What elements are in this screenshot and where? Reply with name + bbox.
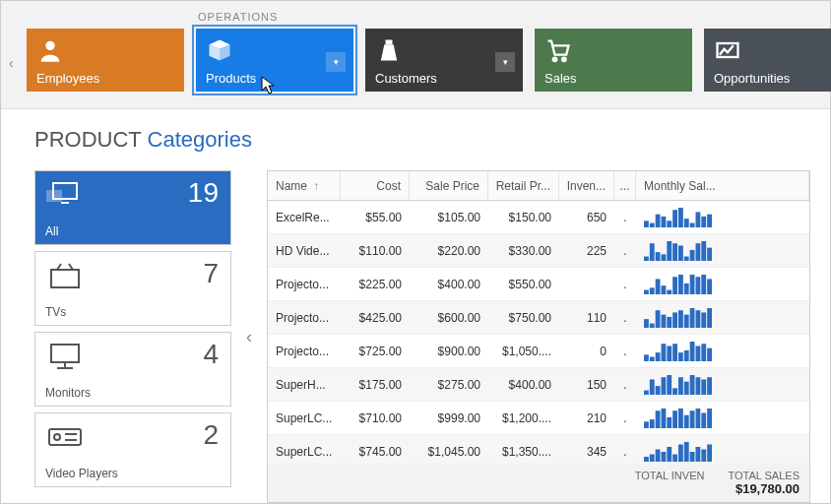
- svg-rect-57: [672, 312, 677, 328]
- svg-rect-47: [684, 283, 689, 293]
- table-row[interactable]: SuperLC...$710.00$999.00$1,200....210.: [268, 402, 809, 435]
- cell-sparkline: [636, 368, 809, 401]
- nav-tile-opportunities[interactable]: Opportunities: [704, 29, 831, 92]
- table-row[interactable]: HD Vide...$110.00$220.00$330.00225.: [268, 234, 809, 268]
- svg-rect-98: [701, 412, 706, 428]
- svg-rect-31: [662, 254, 667, 261]
- page-title-prefix: PRODUCT: [34, 127, 141, 152]
- cell-name: Projecto...: [268, 301, 341, 334]
- svg-point-0: [45, 41, 54, 50]
- collapse-handle[interactable]: ‹: [243, 170, 255, 503]
- svg-rect-91: [662, 409, 667, 428]
- category-tile-monitors[interactable]: 4Monitors: [34, 332, 231, 407]
- nav-tile-customers[interactable]: Customers▾: [365, 29, 523, 92]
- page-title-accent: Categories: [148, 127, 252, 152]
- cell-retail: $1,200....: [488, 402, 559, 434]
- category-name: Video Players: [45, 467, 118, 480]
- cell-cost: $175.00: [341, 368, 410, 401]
- svg-rect-45: [672, 277, 677, 294]
- svg-rect-101: [650, 454, 655, 462]
- svg-rect-26: [701, 216, 706, 226]
- category-tile-video-players[interactable]: 2Video Players: [34, 412, 231, 487]
- cell-more: .: [614, 335, 636, 367]
- svg-rect-72: [690, 342, 695, 361]
- svg-rect-95: [684, 414, 689, 427]
- svg-rect-20: [667, 220, 671, 227]
- svg-rect-84: [690, 375, 695, 395]
- svg-rect-36: [690, 249, 695, 260]
- column-header[interactable]: Inven...: [559, 171, 614, 200]
- nav-tile-products[interactable]: Products▾: [196, 29, 353, 92]
- cell-sale: $900.00: [410, 335, 488, 367]
- table-row[interactable]: Projecto...$225.00$400.00$550.00.: [268, 268, 809, 301]
- cell-sparkline: [636, 335, 809, 367]
- cell-cost: $425.00: [341, 301, 410, 334]
- svg-rect-67: [662, 344, 667, 361]
- svg-rect-76: [644, 390, 649, 394]
- svg-rect-19: [662, 216, 667, 226]
- cell-retail: $150.00: [488, 201, 559, 233]
- svg-rect-53: [650, 323, 655, 327]
- svg-rect-108: [690, 452, 695, 462]
- column-header[interactable]: ...: [614, 171, 636, 200]
- table-row[interactable]: ExcelRe...$55.00$105.00$150.00650.: [268, 201, 809, 234]
- cell-sparkline: [636, 435, 809, 464]
- svg-rect-40: [644, 289, 649, 293]
- column-header[interactable]: Monthly Sal...: [636, 171, 809, 200]
- svg-rect-80: [667, 375, 671, 395]
- svg-rect-1: [386, 40, 393, 45]
- svg-rect-48: [690, 275, 695, 294]
- cell-sale: $600.00: [410, 301, 488, 334]
- svg-rect-8: [51, 270, 79, 287]
- category-name: Monitors: [45, 386, 91, 400]
- svg-rect-37: [696, 243, 701, 261]
- opportunities-icon: [714, 36, 741, 67]
- svg-rect-100: [644, 457, 649, 462]
- table-row[interactable]: Projecto...$425.00$600.00$750.00110.: [268, 301, 809, 335]
- cell-cost: $710.00: [341, 402, 410, 434]
- svg-rect-33: [672, 243, 677, 261]
- svg-rect-24: [690, 222, 695, 226]
- svg-rect-25: [696, 212, 701, 227]
- cell-sale: $999.00: [410, 402, 488, 434]
- svg-point-13: [54, 434, 60, 440]
- svg-rect-77: [650, 379, 655, 395]
- column-header[interactable]: Retail Pr...: [488, 171, 559, 200]
- svg-rect-89: [650, 419, 655, 428]
- category-tile-all[interactable]: 19All: [34, 170, 231, 245]
- dropdown-icon[interactable]: ▾: [326, 52, 346, 72]
- svg-rect-70: [678, 352, 683, 361]
- column-header[interactable]: Sale Price: [410, 171, 488, 200]
- svg-rect-21: [672, 210, 677, 227]
- cell-inven: 650: [559, 201, 614, 233]
- svg-rect-46: [678, 275, 683, 294]
- table-row[interactable]: Projecto...$725.00$900.00$1,050....0.: [268, 335, 809, 368]
- sort-asc-icon: ↑: [313, 179, 319, 193]
- svg-rect-62: [701, 312, 706, 328]
- category-tile-tvs[interactable]: 7TVs: [34, 251, 231, 326]
- svg-rect-59: [684, 314, 689, 327]
- nav-scroll-left[interactable]: ‹: [9, 55, 14, 71]
- svg-rect-87: [707, 377, 712, 395]
- category-count: 4: [203, 339, 219, 370]
- product-grid: Name↑CostSale PriceRetail Pr...Inven....…: [267, 170, 810, 503]
- cell-cost: $225.00: [341, 268, 410, 300]
- nav-tile-sales[interactable]: Sales: [535, 29, 692, 92]
- svg-rect-32: [667, 241, 671, 261]
- column-header[interactable]: Cost: [341, 171, 410, 200]
- category-name: All: [45, 224, 58, 238]
- nav-tile-employees[interactable]: Employees: [27, 29, 184, 92]
- dropdown-icon[interactable]: ▾: [495, 52, 515, 72]
- svg-rect-68: [667, 346, 671, 361]
- svg-rect-79: [662, 377, 667, 395]
- table-row[interactable]: SuperLC...$745.00$1,045.00$1,350....345.: [268, 435, 809, 464]
- table-row[interactable]: SuperH...$175.00$275.00$400.00150.: [268, 368, 809, 402]
- svg-rect-104: [667, 447, 671, 462]
- column-header[interactable]: Name↑: [268, 171, 341, 200]
- svg-rect-74: [701, 344, 706, 361]
- cell-sale: $105.00: [410, 201, 488, 233]
- cell-name: SuperH...: [268, 368, 341, 401]
- cell-sparkline: [636, 234, 809, 267]
- footer-inven-label: TOTAL INVEN: [606, 470, 704, 496]
- svg-rect-38: [701, 241, 706, 261]
